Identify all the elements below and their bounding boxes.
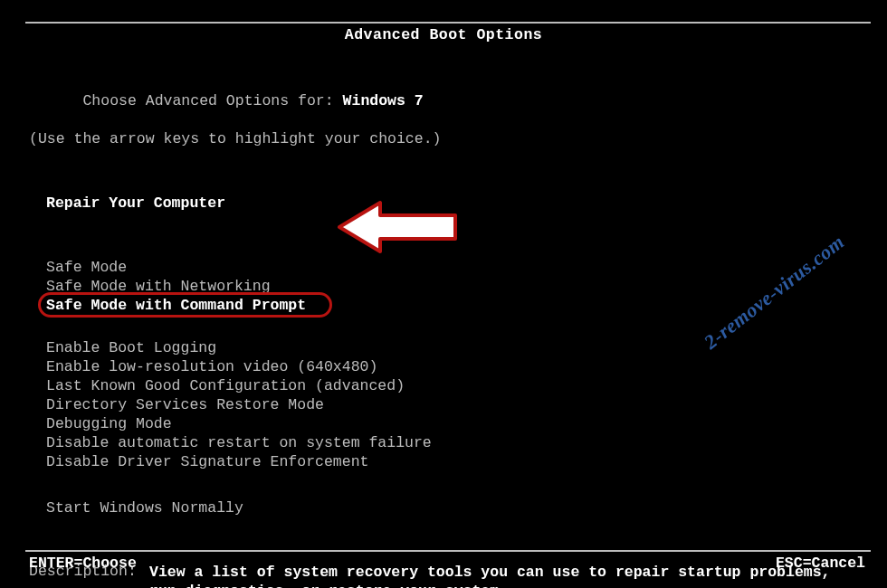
hint-line: (Use the arrow keys to highlight your ch…: [29, 129, 862, 148]
option-safe-mode-networking[interactable]: Safe Mode with Networking: [29, 277, 862, 296]
choose-line: Choose Advanced Options for: Windows 7: [29, 72, 862, 129]
option-start-normally[interactable]: Start Windows Normally: [29, 498, 862, 517]
bottom-divider: [25, 550, 871, 552]
option-disable-auto-restart[interactable]: Disable automatic restart on system fail…: [29, 433, 862, 452]
option-boot-logging[interactable]: Enable Boot Logging: [29, 338, 862, 357]
option-ds-restore[interactable]: Directory Services Restore Mode: [29, 395, 862, 414]
option-debugging[interactable]: Debugging Mode: [29, 414, 862, 433]
option-last-known-good[interactable]: Last Known Good Configuration (advanced): [29, 376, 862, 395]
option-disable-driver-sig[interactable]: Disable Driver Signature Enforcement: [29, 452, 862, 471]
footer-bar: ENTER=Choose ESC=Cancel: [29, 555, 865, 572]
os-name: Windows 7: [343, 92, 424, 109]
boot-options-screen: Advanced Boot Options Choose Advanced Op…: [0, 0, 887, 588]
footer-esc: ESC=Cancel: [776, 555, 865, 572]
option-low-res-video[interactable]: Enable low-resolution video (640x480): [29, 357, 862, 376]
highlighted-option-wrap: Safe Mode with Command Prompt: [29, 296, 862, 315]
top-divider: [25, 22, 871, 24]
option-repair[interactable]: Repair Your Computer: [29, 194, 862, 213]
footer-enter: ENTER=Choose: [29, 555, 137, 572]
choose-label: Choose Advanced Options for:: [82, 92, 342, 109]
content-body: Choose Advanced Options for: Windows 7 (…: [29, 72, 862, 588]
option-safe-mode[interactable]: Safe Mode: [29, 258, 862, 277]
option-safe-mode-cmd[interactable]: Safe Mode with Command Prompt: [29, 296, 862, 315]
screen-title: Advanced Boot Options: [345, 26, 542, 43]
